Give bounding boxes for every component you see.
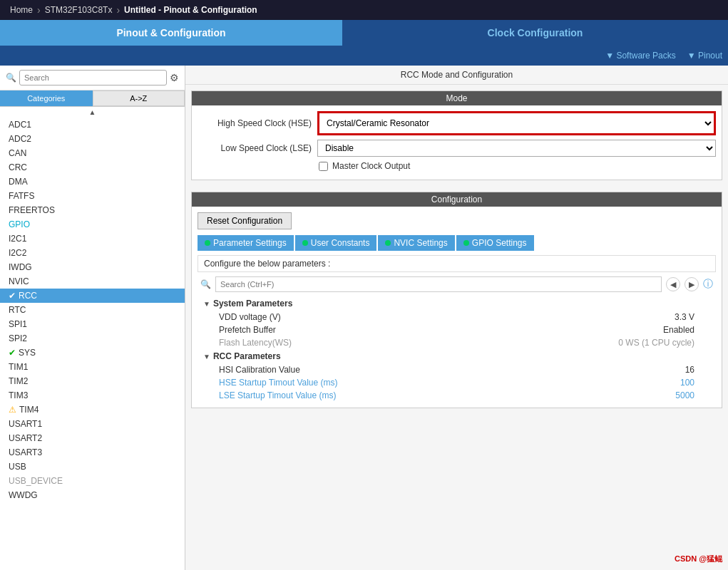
sidebar-item-usart3[interactable]: USART3 bbox=[0, 445, 185, 460]
param-value: 100 bbox=[680, 378, 694, 388]
sidebar-item-rtc[interactable]: RTC bbox=[0, 303, 185, 317]
mode-header: Mode bbox=[192, 91, 722, 105]
config-header: Configuration bbox=[192, 192, 722, 207]
sidebar-item-gpio[interactable]: GPIO bbox=[0, 217, 185, 232]
gear-button[interactable]: ⚙ bbox=[170, 72, 179, 83]
tab-clock[interactable]: Clock Configuration bbox=[342, 20, 728, 46]
sidebar-item-can[interactable]: CAN bbox=[0, 146, 185, 160]
sidebar-item-wwdg[interactable]: WWDG bbox=[0, 488, 185, 502]
sidebar-label-tim2: TIM2 bbox=[9, 376, 28, 386]
tab-bar: Pinout & Configuration Clock Configurati… bbox=[0, 20, 728, 46]
sidebar-label-adc2: ADC2 bbox=[9, 134, 31, 144]
sidebar-item-freertos[interactable]: FREERTOS bbox=[0, 203, 185, 217]
tab-dot bbox=[385, 240, 391, 246]
sidebar-label-can: CAN bbox=[9, 148, 26, 158]
mode-section: Mode High Speed Clock (HSE) Crystal/Cera… bbox=[191, 90, 722, 180]
param-name: Prefetch Buffer bbox=[219, 325, 276, 335]
sidebar-label-rtc: RTC bbox=[9, 305, 26, 315]
pinout-item[interactable]: ▼ Pinout bbox=[687, 51, 722, 61]
param-row: HSI Calibration Value16 bbox=[198, 363, 716, 376]
param-name: Flash Latency(WS) bbox=[219, 338, 292, 348]
sidebar-label-i2c2: I2C2 bbox=[9, 248, 26, 258]
system-arrow: ▼ bbox=[203, 300, 210, 308]
search-input[interactable] bbox=[19, 70, 167, 86]
config-body: Reset Configuration Parameter SettingsUs… bbox=[192, 207, 722, 408]
sidebar-item-usb_device[interactable]: USB_DEVICE bbox=[0, 474, 185, 488]
breadcrumb-chip[interactable]: STM32F103C8Tx bbox=[41, 5, 117, 15]
sidebar-label-gpio: GPIO bbox=[9, 219, 30, 229]
hse-select-wrapper: Crystal/Ceramic Resonator Disable Extern… bbox=[317, 111, 716, 135]
main-layout: 🔍 ⚙ Categories A->Z ▲ ADC1ADC2CANCRCDMAF… bbox=[0, 66, 728, 570]
sidebar-item-tim3[interactable]: TIM3 bbox=[0, 388, 185, 403]
params-container: ▼ System Parameters VDD voltage (V)3.3 V… bbox=[198, 296, 716, 402]
sidebar-item-sys[interactable]: ✔SYS bbox=[0, 346, 185, 360]
tab-categories[interactable]: Categories bbox=[0, 90, 93, 106]
breadcrumb-title[interactable]: Untitled - Pinout & Configuration bbox=[120, 5, 262, 15]
sidebar-item-tim2[interactable]: TIM2 bbox=[0, 374, 185, 388]
param-name: LSE Startup Timout Value (ms) bbox=[219, 390, 337, 400]
sidebar: 🔍 ⚙ Categories A->Z ▲ ADC1ADC2CANCRCDMAF… bbox=[0, 66, 185, 570]
sidebar-item-usb[interactable]: USB bbox=[0, 460, 185, 474]
param-value: 0 WS (1 CPU cycle) bbox=[618, 338, 694, 348]
nav-prev-button[interactable]: ◀ bbox=[666, 277, 680, 291]
sidebar-label-i2c1: I2C1 bbox=[9, 234, 26, 244]
sidebar-label-spi2: SPI2 bbox=[9, 333, 27, 343]
search-icon: 🔍 bbox=[6, 73, 16, 83]
sidebar-label-usb_device: USB_DEVICE bbox=[9, 476, 63, 486]
reset-config-button[interactable]: Reset Configuration bbox=[198, 212, 292, 229]
config-tab-parameter-settings[interactable]: Parameter Settings bbox=[198, 235, 294, 251]
hse-select[interactable]: Crystal/Ceramic Resonator Disable Extern… bbox=[319, 113, 714, 133]
rcc-header: RCC Mode and Configuration bbox=[185, 66, 728, 85]
sidebar-item-adc1[interactable]: ADC1 bbox=[0, 118, 185, 132]
sidebar-item-i2c1[interactable]: I2C1 bbox=[0, 232, 185, 246]
sidebar-label-freertos: FREERTOS bbox=[9, 205, 55, 215]
breadcrumb-home[interactable]: Home bbox=[6, 5, 37, 15]
sidebar-label-adc1: ADC1 bbox=[9, 120, 31, 130]
master-clock-checkbox[interactable] bbox=[319, 162, 328, 171]
sidebar-item-spi2[interactable]: SPI2 bbox=[0, 331, 185, 346]
sidebar-item-nvic[interactable]: NVIC bbox=[0, 274, 185, 289]
system-params-header[interactable]: ▼ System Parameters bbox=[198, 296, 716, 311]
sidebar-item-crc[interactable]: CRC bbox=[0, 160, 185, 175]
system-params-list: VDD voltage (V)3.3 VPrefetch BufferEnabl… bbox=[198, 311, 716, 349]
nav-next-button[interactable]: ▶ bbox=[685, 277, 699, 291]
collapse-arrow[interactable]: ▲ bbox=[0, 107, 185, 118]
param-search-input[interactable] bbox=[215, 276, 662, 292]
lse-select[interactable]: Disable Crystal/Ceramic Resonator Extern… bbox=[317, 140, 716, 157]
sidebar-label-sys: SYS bbox=[19, 348, 36, 358]
sidebar-item-spi1[interactable]: SPI1 bbox=[0, 317, 185, 331]
sidebar-item-fatfs[interactable]: FATFS bbox=[0, 189, 185, 203]
sidebar-label-fatfs: FATFS bbox=[9, 191, 34, 201]
sidebar-item-iwdg[interactable]: IWDG bbox=[0, 260, 185, 274]
sidebar-label-spi1: SPI1 bbox=[9, 319, 27, 329]
sidebar-search-row: 🔍 ⚙ bbox=[0, 66, 185, 90]
sidebar-item-usart1[interactable]: USART1 bbox=[0, 417, 185, 431]
sidebar-item-tim4[interactable]: ⚠TIM4 bbox=[0, 403, 185, 417]
sidebar-item-dma[interactable]: DMA bbox=[0, 175, 185, 189]
param-value: 3.3 V bbox=[675, 312, 694, 322]
software-packs-item[interactable]: ▼ Software Packs bbox=[605, 51, 676, 61]
sidebar-item-adc2[interactable]: ADC2 bbox=[0, 132, 185, 146]
sidebar-item-tim1[interactable]: TIM1 bbox=[0, 360, 185, 374]
sidebar-item-i2c2[interactable]: I2C2 bbox=[0, 246, 185, 260]
tab-dot bbox=[463, 240, 469, 246]
sidebar-label-dma: DMA bbox=[9, 177, 28, 187]
config-tab-nvic-settings[interactable]: NVIC Settings bbox=[378, 235, 454, 251]
config-tab-user-constants[interactable]: User Constants bbox=[295, 235, 377, 251]
search-icon-small: 🔍 bbox=[200, 279, 211, 289]
lse-label: Low Speed Clock (LSE) bbox=[198, 143, 312, 153]
sidebar-item-usart2[interactable]: USART2 bbox=[0, 431, 185, 445]
sidebar-label-tim1: TIM1 bbox=[9, 362, 28, 372]
sidebar-label-usart3: USART3 bbox=[9, 447, 42, 457]
hse-row: High Speed Clock (HSE) Crystal/Ceramic R… bbox=[198, 111, 716, 135]
rcc-params-header[interactable]: ▼ RCC Parameters bbox=[198, 349, 716, 363]
param-value: 16 bbox=[685, 365, 694, 375]
info-button[interactable]: ⓘ bbox=[703, 278, 713, 291]
tab-pinout[interactable]: Pinout & Configuration bbox=[0, 20, 342, 46]
sidebar-tabs: Categories A->Z bbox=[0, 90, 185, 107]
tab-az[interactable]: A->Z bbox=[93, 90, 185, 106]
master-clock-row: Master Clock Output bbox=[198, 161, 716, 171]
content-area: RCC Mode and Configuration Mode High Spe… bbox=[185, 66, 728, 570]
sidebar-item-rcc[interactable]: ✔RCC bbox=[0, 289, 185, 303]
config-tab-gpio-settings[interactable]: GPIO Settings bbox=[456, 235, 534, 251]
